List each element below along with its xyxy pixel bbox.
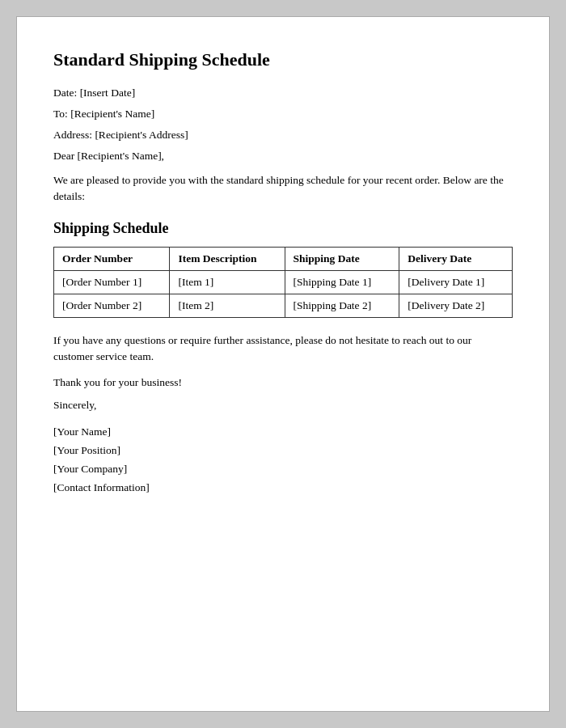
table-header-row: Order Number Item Description Shipping D… xyxy=(54,247,513,270)
table-cell-0-3: [Delivery Date 1] xyxy=(399,270,513,294)
section-title: Shipping Schedule xyxy=(53,220,513,237)
table-cell-1-3: [Delivery Date 2] xyxy=(399,294,513,317)
address-field: Address: [Recipient's Address] xyxy=(53,129,513,142)
signature-contact: [Contact Information] xyxy=(53,479,513,497)
closing-text: If you have any questions or require fur… xyxy=(53,332,513,366)
table-cell-1-1: [Item 2] xyxy=(170,294,285,317)
col-header-item: Item Description xyxy=(170,247,285,270)
document-title: Standard Shipping Schedule xyxy=(53,49,513,70)
thank-you-text: Thank you for your business! xyxy=(53,376,513,389)
col-header-delivery: Delivery Date xyxy=(399,247,513,270)
table-cell-1-0: [Order Number 2] xyxy=(54,294,170,317)
date-field: Date: [Insert Date] xyxy=(53,87,513,99)
table-cell-0-2: [Shipping Date 1] xyxy=(285,270,399,294)
table-cell-1-2: [Shipping Date 2] xyxy=(285,294,399,317)
sincerely-text: Sincerely, xyxy=(53,399,513,412)
table-cell-0-0: [Order Number 1] xyxy=(54,270,170,294)
table-row: [Order Number 2][Item 2][Shipping Date 2… xyxy=(54,294,513,317)
date-label: Date: xyxy=(53,87,77,99)
date-value: [Insert Date] xyxy=(80,87,136,99)
address-value: [Recipient's Address] xyxy=(95,129,188,141)
address-label: Address: xyxy=(53,129,92,141)
table-cell-0-1: [Item 1] xyxy=(170,270,285,294)
shipping-table: Order Number Item Description Shipping D… xyxy=(53,247,513,318)
table-row: [Order Number 1][Item 1][Shipping Date 1… xyxy=(54,270,513,294)
intro-text: We are pleased to provide you with the s… xyxy=(53,172,513,205)
to-value: [Recipient's Name] xyxy=(70,108,154,120)
col-header-order: Order Number xyxy=(54,247,170,270)
col-header-shipping: Shipping Date xyxy=(285,247,399,270)
signature-company: [Your Company] xyxy=(53,460,513,479)
salutation: Dear [Recipient's Name], xyxy=(53,150,513,163)
to-field: To: [Recipient's Name] xyxy=(53,108,513,121)
signature-name: [Your Name] xyxy=(53,423,513,442)
signature-block: [Your Name] [Your Position] [Your Compan… xyxy=(53,423,513,497)
signature-position: [Your Position] xyxy=(53,442,513,460)
to-label: To: xyxy=(53,108,68,120)
document-page: Standard Shipping Schedule Date: [Insert… xyxy=(16,16,550,712)
